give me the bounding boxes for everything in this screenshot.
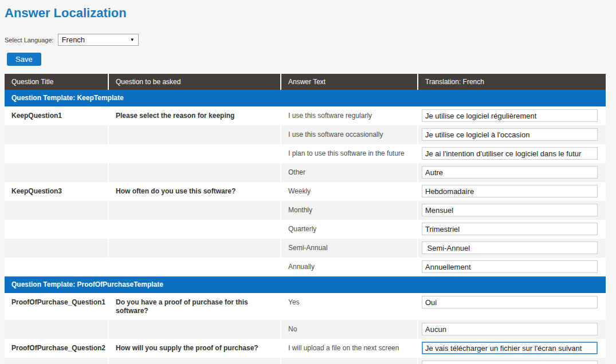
cell-question-to-be-asked: How often do you use this software? [109, 182, 281, 201]
cell-answer-text: I plan to use this software in the futur… [281, 144, 418, 163]
table-row: ProofOfPurchase_Question1Do you have a p… [5, 293, 606, 320]
cell-question-to-be-asked [109, 258, 281, 276]
cell-translation [418, 320, 606, 339]
cell-translation [418, 144, 606, 163]
cell-translation [418, 106, 606, 125]
cell-answer-text: Monthly [281, 201, 418, 220]
cell-question-title: KeepQuestion1 [5, 106, 109, 125]
table-row: Semi-Annual [5, 239, 606, 258]
cell-translation [418, 220, 606, 239]
translation-input[interactable] [422, 128, 598, 141]
cell-translation [418, 258, 606, 276]
cell-question-title [5, 320, 109, 339]
translation-input[interactable] [422, 342, 598, 354]
cell-translation [418, 182, 606, 201]
table-row [5, 358, 606, 364]
table-row: KeepQuestion3How often do you use this s… [5, 182, 606, 201]
dropdown-arrow-icon: ▼ [130, 37, 135, 42]
cell-answer-text [281, 358, 418, 364]
cell-translation [418, 163, 606, 182]
cell-question-title: ProofOfPurchase_Question2 [5, 339, 109, 358]
cell-translation [418, 339, 606, 358]
translation-input[interactable] [422, 204, 598, 216]
question-template-section-row: Question Template: ProofOfPurchaseTempla… [5, 276, 606, 293]
cell-answer-text: Weekly [281, 182, 418, 201]
cell-question-to-be-asked [109, 201, 281, 220]
table-row: Quarterly [5, 220, 606, 239]
translation-input[interactable] [422, 166, 598, 179]
table-row: I use this software occasionally [5, 125, 606, 144]
translation-input[interactable] [422, 242, 598, 254]
cell-question-title [5, 239, 109, 258]
cell-answer-text: Other [281, 163, 418, 182]
question-template-section-row: Question Template: KeepTemplate [5, 90, 606, 106]
language-label: Select Language: [5, 37, 54, 43]
column-header: Translation: French [418, 74, 606, 90]
table-row: I plan to use this software in the futur… [5, 144, 606, 163]
cell-translation [418, 358, 606, 364]
table-row: Monthly [5, 201, 606, 220]
table-row: ProofOfPurchase_Question2How will you su… [5, 339, 606, 358]
cell-translation [418, 201, 606, 220]
language-selected-value: French [62, 35, 85, 44]
translation-input[interactable] [422, 296, 598, 308]
cell-answer-text: Semi-Annual [281, 239, 418, 258]
cell-question-to-be-asked [109, 239, 281, 258]
translation-input[interactable] [422, 260, 598, 273]
cell-question-title [5, 220, 109, 239]
cell-question-title [5, 144, 109, 163]
cell-question-to-be-asked [109, 320, 281, 339]
cell-question-to-be-asked [109, 220, 281, 239]
page-title: Answer Localization [5, 0, 616, 21]
translation-input[interactable] [422, 323, 598, 335]
cell-question-title [5, 201, 109, 220]
cell-answer-text: I will upload a file on the next screen [281, 339, 418, 358]
column-header: Question Title [5, 74, 109, 90]
cell-question-title [5, 258, 109, 276]
save-button[interactable]: Save [7, 53, 41, 66]
cell-translation [418, 125, 606, 144]
question-template-label: Question Template: KeepTemplate [5, 90, 606, 106]
cell-question-title: ProofOfPurchase_Question1 [5, 293, 109, 320]
cell-question-title [5, 163, 109, 182]
table-row: Annually [5, 258, 606, 276]
table-header-row: Question TitleQuestion to be askedAnswer… [5, 74, 606, 90]
cell-answer-text: I use this software regularly [281, 106, 418, 125]
language-row: Select Language: French ▼ [5, 34, 616, 46]
cell-answer-text: Quarterly [281, 220, 418, 239]
translation-input[interactable] [422, 185, 598, 197]
cell-question-to-be-asked [109, 144, 281, 163]
answer-localization-page: Answer Localization Select Language: Fre… [0, 0, 616, 364]
cell-question-to-be-asked: Do you have a proof of purchase for this… [109, 293, 281, 320]
table-row: No [5, 320, 606, 339]
cell-answer-text: Yes [281, 293, 418, 320]
cell-question-to-be-asked [109, 163, 281, 182]
table-row: Other [5, 163, 606, 182]
cell-answer-text: Annually [281, 258, 418, 276]
question-template-label: Question Template: ProofOfPurchaseTempla… [5, 276, 606, 293]
cell-question-title [5, 358, 109, 364]
cell-question-to-be-asked [109, 125, 281, 144]
cell-question-to-be-asked: How will you supply the proof of purchas… [109, 339, 281, 358]
cell-question-to-be-asked: Please select the reason for keeping [109, 106, 281, 125]
cell-answer-text: No [281, 320, 418, 339]
cell-question-title [5, 125, 109, 144]
translation-input[interactable] [422, 223, 598, 235]
cell-answer-text: I use this software occasionally [281, 125, 418, 144]
column-header: Answer Text [281, 74, 418, 90]
column-header: Question to be asked [109, 74, 281, 90]
cell-translation [418, 293, 606, 320]
cell-translation [418, 239, 606, 258]
language-select[interactable]: French ▼ [58, 34, 139, 46]
translation-input[interactable] [422, 109, 598, 122]
translation-input[interactable] [422, 361, 598, 364]
translation-input[interactable] [422, 147, 598, 160]
cell-question-to-be-asked [109, 358, 281, 364]
table-row: KeepQuestion1Please select the reason fo… [5, 106, 606, 125]
cell-question-title: KeepQuestion3 [5, 182, 109, 201]
localization-table: Question TitleQuestion to be askedAnswer… [5, 74, 606, 364]
